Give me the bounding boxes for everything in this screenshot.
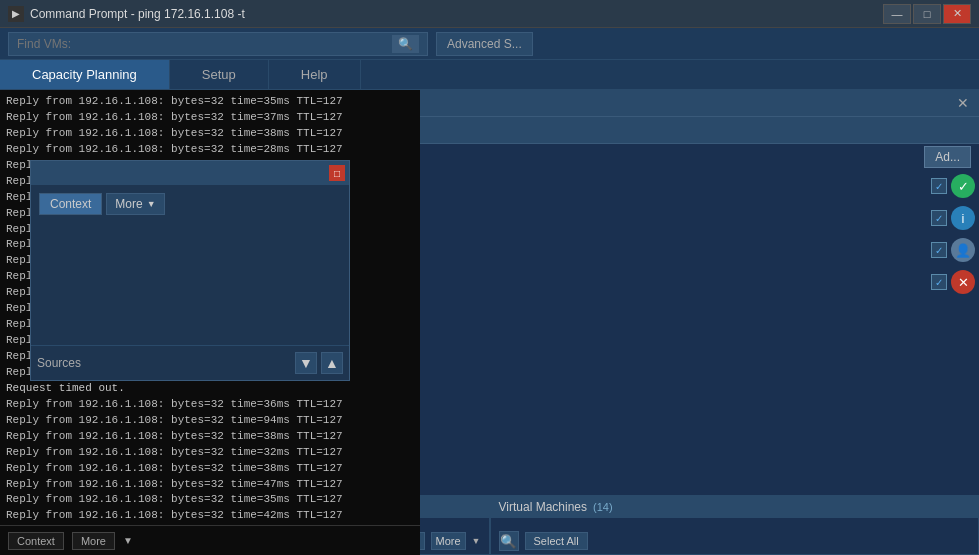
floating-panel-content: Context More ▼ <box>31 185 349 345</box>
close-button[interactable]: ✕ <box>943 4 971 24</box>
floating-panel-header: □ <box>31 161 349 185</box>
action-buttons-panel: ✓ ✓ ✓ i ✓ 👤 ✓ ✕ <box>927 170 979 304</box>
cmd-line: Reply from 192.16.1.108: bytes=32 time=3… <box>6 492 414 508</box>
checkbox-1[interactable]: ✓ <box>931 178 947 194</box>
notification-close-1[interactable]: ✕ <box>957 95 969 111</box>
cmd-line: Reply from 192.16.1.108: bytes=32 time=4… <box>6 477 414 493</box>
main-content: Reply from 192.16.1.108: bytes=32 time=3… <box>0 90 979 555</box>
action-row-4: ✓ ✕ <box>931 270 975 294</box>
checkmark-icon-1[interactable]: ✓ <box>951 174 975 198</box>
datastore-chevron-icon: ▼ <box>472 536 481 546</box>
virtual-machines-footer: 🔍 Select All <box>491 528 979 554</box>
checkbox-2[interactable]: ✓ <box>931 210 947 226</box>
info-icon[interactable]: i <box>951 206 975 230</box>
advanced-search-button[interactable]: Advanced S... <box>436 32 533 56</box>
cmd-line: Reply from 192.16.1.108: bytes=32 time=3… <box>6 126 414 142</box>
sources-label: Sources <box>37 356 81 370</box>
cmd-line: Reply from 192.16.1.108: bytes=32 time=3… <box>6 94 414 110</box>
action-row-3: ✓ 👤 <box>931 238 975 262</box>
panel-footer: Sources ▼ ▲ <box>31 345 349 380</box>
virtual-machines-header: Virtual Machines (14) <box>491 496 979 518</box>
app-icon: ▶ <box>8 6 24 22</box>
virtual-machines-count: (14) <box>593 501 613 513</box>
maximize-button[interactable]: □ <box>913 4 941 24</box>
panel-up-button[interactable]: ▲ <box>321 352 343 374</box>
virtual-machines-select-all-button[interactable]: Select All <box>525 532 588 550</box>
cmd-line: Reply from 192.16.1.108: bytes=32 time=3… <box>6 461 414 477</box>
window-controls: — □ ✕ <box>883 4 971 24</box>
cmd-context-button[interactable]: Context <box>8 532 64 550</box>
checkbox-4[interactable]: ✓ <box>931 274 947 290</box>
cmd-line: Reply from 192.16.1.108: bytes=32 time=4… <box>6 508 414 524</box>
tab-capacity-planning[interactable]: Capacity Planning <box>0 60 170 89</box>
cmd-chevron-icon: ▼ <box>123 535 133 546</box>
virtual-machines-search-button[interactable]: 🔍 <box>499 531 519 551</box>
datastore-more-button[interactable]: More <box>431 532 466 550</box>
action-row-1: ✓ ✓ <box>931 174 975 198</box>
virtual-machines-title: Virtual Machines <box>499 500 588 514</box>
checkbox-3[interactable]: ✓ <box>931 242 947 258</box>
tab-setup[interactable]: Setup <box>170 60 269 89</box>
cmd-toolbar: Context More ▼ <box>0 525 420 555</box>
tab-help[interactable]: Help <box>269 60 361 89</box>
cmd-line: Reply from 192.16.1.108: bytes=32 time=3… <box>6 397 414 413</box>
action-row-2: ✓ i <box>931 206 975 230</box>
add-button[interactable]: Ad... <box>924 146 971 168</box>
panel-toolbar: Context More ▼ <box>39 193 341 215</box>
panel-more-dropdown[interactable]: More ▼ <box>106 193 164 215</box>
person-icon[interactable]: 👤 <box>951 238 975 262</box>
cmd-line: Reply from 192.16.1.108: bytes=32 time=9… <box>6 413 414 429</box>
title-bar: ▶ Command Prompt - ping 172.16.1.108 -t … <box>0 0 979 28</box>
menu-tabs: Capacity Planning Setup Help <box>0 60 979 90</box>
cmd-line: Reply from 192.16.1.108: bytes=32 time=2… <box>6 142 414 158</box>
cmd-line: Reply from 192.16.1.108: bytes=32 time=3… <box>6 445 414 461</box>
search-box: 🔍 <box>8 32 428 56</box>
panel-down-button[interactable]: ▼ <box>295 352 317 374</box>
minimize-button[interactable]: — <box>883 4 911 24</box>
cmd-line: Request timed out. <box>6 381 414 397</box>
cmd-more-button[interactable]: More <box>72 532 115 550</box>
virtual-machines-panel: Virtual Machines (14) 🔍 Select All <box>490 495 980 555</box>
search-button[interactable]: 🔍 <box>392 35 419 53</box>
top-nav: 🔍 Advanced S... <box>0 28 979 60</box>
cmd-line: Reply from 192.16.1.108: bytes=32 time=3… <box>6 110 414 126</box>
panel-context-button[interactable]: Context <box>39 193 102 215</box>
title-bar-text: Command Prompt - ping 172.16.1.108 -t <box>30 7 883 21</box>
search-input[interactable] <box>17 37 392 51</box>
close-icon[interactable]: ✕ <box>951 270 975 294</box>
cmd-line: Reply from 192.16.1.108: bytes=32 time=3… <box>6 429 414 445</box>
floating-panel-close[interactable]: □ <box>329 165 345 181</box>
floating-panel: □ Context More ▼ Sources ▼ ▲ <box>30 160 350 381</box>
